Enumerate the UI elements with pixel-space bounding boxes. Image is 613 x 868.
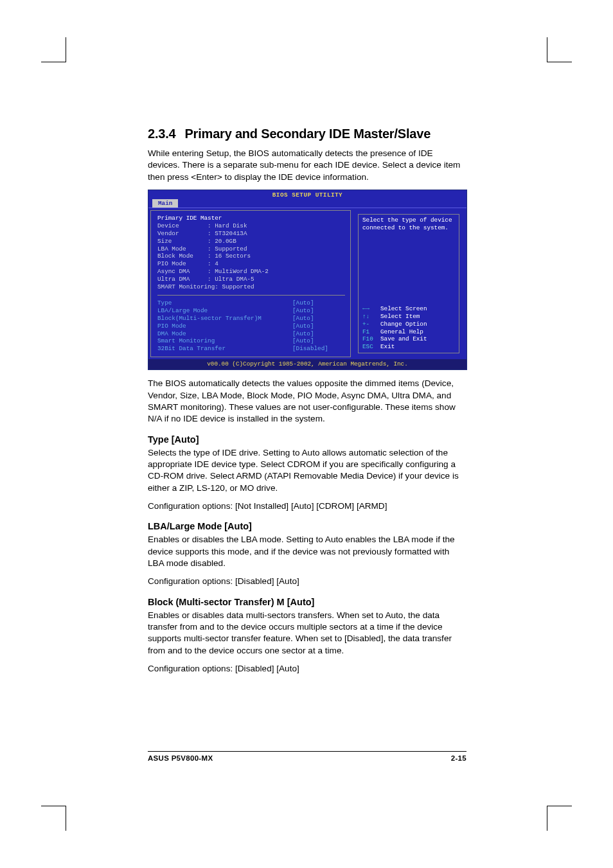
footer-product: ASUS P5V800-MX xyxy=(148,754,213,762)
nav-key-icon: F1 xyxy=(362,328,380,336)
bios-info-row: Async DMA : MultiWord DMA-2 xyxy=(157,268,345,276)
bios-info-row: SMART Monitoring: Supported xyxy=(157,283,345,291)
bios-left-panel: Primary IDE Master Device : Hard Disk Ve… xyxy=(150,210,351,357)
nav-key-icon: +- xyxy=(362,321,380,328)
nav-key-icon: F10 xyxy=(362,335,380,343)
bios-info-row: LBA Mode : Supported xyxy=(157,245,345,253)
bios-help-text: Select the type of device connected to t… xyxy=(362,217,455,232)
nav-key-icon: ESC xyxy=(362,343,380,351)
section-heading: 2.3.4Primary and Secondary IDE Master/Sl… xyxy=(148,127,466,141)
bios-tab-bar: Main xyxy=(148,199,466,208)
bios-info-row: PIO Mode : 4 xyxy=(157,260,345,268)
config-options: Configuration options: [Disabled] [Auto] xyxy=(148,576,466,587)
subheading-type: Type [Auto] xyxy=(148,434,466,445)
bios-option-row: Smart Monitoring[Auto] xyxy=(157,337,345,345)
bios-option-row: Type[Auto] xyxy=(157,299,345,307)
after-bios-paragraph: The BIOS automatically detects the value… xyxy=(148,378,466,425)
bios-info-row: Ultra DMA : Ultra DMA-5 xyxy=(157,276,345,283)
bios-option-row: Block(Multi-sector Transfer)M[Auto] xyxy=(157,315,345,323)
subheading-lba: LBA/Large Mode [Auto] xyxy=(148,521,466,531)
bios-section-header: Primary IDE Master xyxy=(157,215,345,222)
bios-copyright: v00.00 (C)Copyright 1985-2002, American … xyxy=(148,359,466,369)
footer-page-number: 2-15 xyxy=(451,754,466,762)
nav-key-icon: ←→ xyxy=(362,305,380,313)
bios-option-row: DMA Mode[Auto] xyxy=(157,330,345,338)
bios-info-row: Size : 20.0GB xyxy=(157,238,345,245)
paragraph: Enables or disables the LBA mode. Settin… xyxy=(148,534,466,569)
bios-title: BIOS SETUP UTILITY xyxy=(148,190,466,199)
bios-info-row: Vendor : ST320413A xyxy=(157,230,345,238)
nav-key-icon: ↑↓ xyxy=(362,313,380,321)
bios-info-row: Device : Hard Disk xyxy=(157,222,345,230)
bios-screenshot: BIOS SETUP UTILITY Main Primary IDE Mast… xyxy=(148,190,467,370)
bios-option-row: LBA/Large Mode[Auto] xyxy=(157,307,345,315)
subheading-block: Block (Multi-sector Transfer) M [Auto] xyxy=(148,597,466,607)
bios-tab-main: Main xyxy=(152,199,178,208)
intro-paragraph: While entering Setup, the BIOS automatic… xyxy=(148,148,466,183)
paragraph: Selects the type of IDE drive. Setting t… xyxy=(148,447,466,494)
bios-info-row: Block Mode : 16 Sectors xyxy=(157,252,345,260)
paragraph: Enables or disables data multi-sectors t… xyxy=(148,610,466,657)
bios-option-row: 32Bit Data Transfer[Disabled] xyxy=(157,345,345,353)
page-footer: ASUS P5V800-MX 2-15 xyxy=(148,751,466,762)
bios-option-row: PIO Mode[Auto] xyxy=(157,323,345,330)
section-number: 2.3.4 xyxy=(148,127,175,141)
section-title: Primary and Secondary IDE Master/Slave xyxy=(184,127,431,141)
config-options: Configuration options: [Disabled] [Auto] xyxy=(148,663,466,675)
bios-right-panel: Select the type of device connected to t… xyxy=(353,210,465,357)
bios-nav-keys: ←→Select Screen ↑↓Select Item +-Change O… xyxy=(362,305,455,351)
config-options: Configuration options: [Not Installed] [… xyxy=(148,500,466,512)
